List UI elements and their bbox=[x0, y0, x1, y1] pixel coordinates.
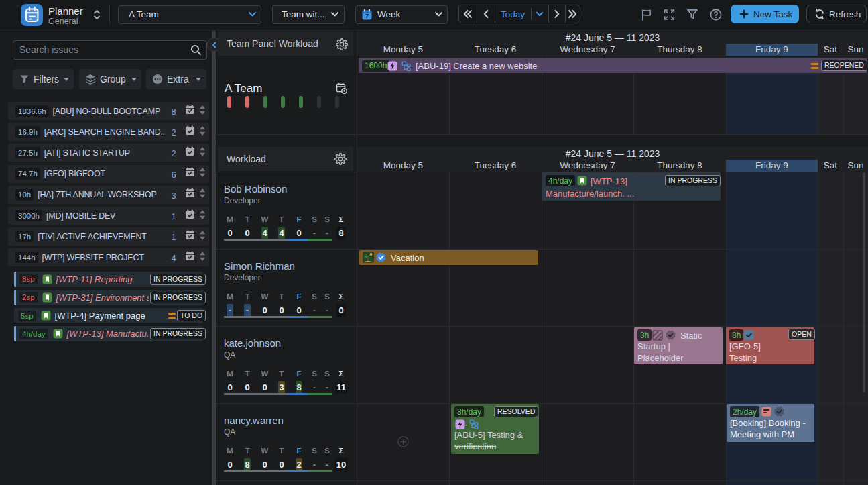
svg-text:7: 7 bbox=[365, 13, 369, 19]
